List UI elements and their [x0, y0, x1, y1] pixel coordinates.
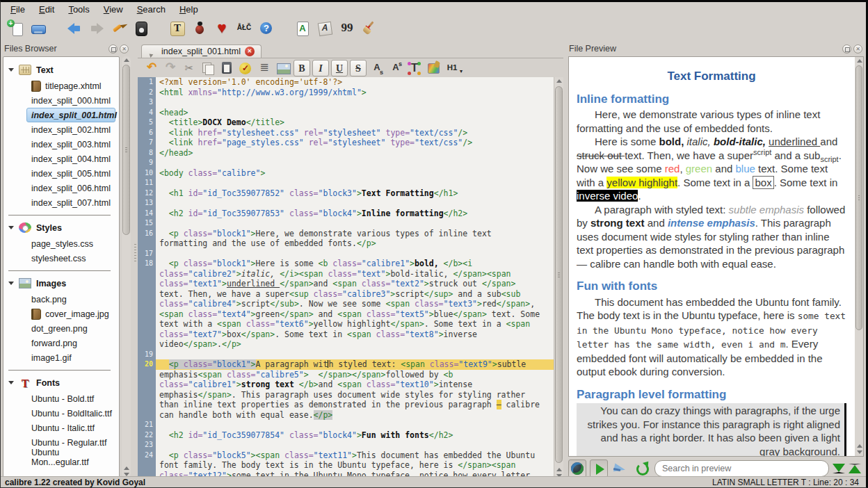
file-item[interactable]: index_split_007.html: [3, 195, 119, 210]
undo-button[interactable]: ↶: [143, 60, 160, 76]
code-row[interactable]: class="calibre2">italic, </i><span class…: [138, 269, 554, 279]
remove-unused-css-button[interactable]: ✕: [360, 19, 379, 38]
new-file-button[interactable]: +: [6, 19, 26, 38]
toggle-live-preview-button[interactable]: [568, 459, 586, 478]
file-item[interactable]: index_split_000.html: [3, 93, 119, 108]
scroll-up-icon[interactable]: [556, 79, 562, 83]
back-button[interactable]: [65, 19, 84, 38]
code-editor[interactable]: 1<?xml version='1.0' encoding='utf-8'?>2…: [138, 77, 554, 480]
preview-search-input[interactable]: [654, 460, 829, 477]
code-row[interactable]: can handle both with equal ease.</p>: [138, 410, 554, 421]
subscript-button[interactable]: As: [369, 60, 385, 76]
sync-preview-to-cursor-button[interactable]: [611, 459, 629, 478]
code-row[interactable]: 24 <p class="block5"><span class="text11…: [138, 450, 554, 461]
code-row[interactable]: video</span>.</p>: [138, 339, 554, 350]
code-row[interactable]: 15: [138, 218, 554, 229]
code-row[interactable]: 9: [138, 158, 554, 168]
check-book-button[interactable]: [190, 19, 209, 38]
code-row[interactable]: 19: [138, 350, 554, 360]
smart-quotes-button[interactable]: 99: [337, 19, 357, 38]
scroll-up-icon[interactable]: [124, 466, 129, 470]
code-row[interactable]: text. Then, we have a super<sup class="c…: [138, 289, 554, 300]
editor-scrollbar[interactable]: [554, 77, 563, 480]
section-styles[interactable]: Styles: [3, 219, 119, 236]
file-item[interactable]: page_styles.css: [3, 236, 119, 251]
font-tile-button[interactable]: T: [168, 19, 187, 38]
donate-button[interactable]: ♥: [212, 19, 232, 38]
tab-index-split-001[interactable]: index_split_001.html: [141, 44, 262, 58]
code-row[interactable]: formatting and the use of embedded fonts…: [138, 238, 554, 249]
code-row[interactable]: 23: [138, 440, 554, 450]
menu-view[interactable]: View: [97, 3, 130, 16]
file-item[interactable]: Ubuntu - Bold.ttf: [3, 391, 119, 406]
format-text-button[interactable]: ≣: [256, 60, 273, 76]
code-row[interactable]: 10<body class="calibre">: [138, 168, 554, 179]
code-row[interactable]: text with a <span class="text6">yellow h…: [138, 319, 554, 330]
preview-panel-float-button[interactable]: [842, 44, 851, 54]
code-row[interactable]: 7 <link href="page_styles.css" rel="styl…: [138, 138, 554, 148]
tab-close-button[interactable]: [245, 47, 255, 56]
code-row[interactable]: class="text7">box</span>. Some text in <…: [138, 330, 554, 340]
check-spelling-button[interactable]: A: [293, 19, 312, 38]
scroll-down-icon[interactable]: [857, 450, 862, 454]
section-images[interactable]: Images: [3, 275, 119, 292]
file-item[interactable]: index_split_005.html: [3, 166, 119, 181]
find-next-button[interactable]: [833, 464, 845, 473]
scroll-up-icon[interactable]: [857, 444, 862, 448]
file-item[interactable]: image1.gif: [3, 350, 119, 365]
file-item[interactable]: index_split_003.html: [3, 137, 119, 152]
spell-check-button[interactable]: ÅŁČ: [234, 19, 254, 38]
code-row[interactable]: than inline text properties as demonstra…: [138, 400, 554, 410]
help-button[interactable]: ?: [257, 19, 276, 38]
refresh-preview-button[interactable]: [633, 459, 651, 478]
underline-button[interactable]: U: [331, 60, 348, 76]
save-button[interactable]: [29, 19, 48, 38]
menu-help[interactable]: Help: [172, 3, 205, 16]
cut-button[interactable]: ✂: [181, 60, 198, 76]
code-row[interactable]: 3: [138, 97, 554, 108]
text-color-button[interactable]: T: [406, 60, 423, 76]
menu-edit[interactable]: Edit: [32, 3, 61, 16]
code-row[interactable]: 22 <h2 id="id_Toc359077854" class="block…: [138, 430, 554, 441]
code-row[interactable]: 17: [138, 249, 554, 259]
code-row[interactable]: 11: [138, 178, 554, 188]
code-row[interactable]: 20 <p class="block1">A paragraph with st…: [138, 359, 554, 370]
code-row[interactable]: font family. The body text is in the Ubu…: [138, 460, 554, 471]
file-item[interactable]: Ubuntu - Italic.ttf: [3, 421, 119, 435]
copy-button[interactable]: [200, 60, 216, 76]
code-row[interactable]: 13: [138, 198, 554, 209]
superscript-button[interactable]: As: [387, 60, 404, 76]
find-previous-button[interactable]: [849, 464, 861, 473]
code-row[interactable]: 8</head>: [138, 148, 554, 158]
sidebar-splitter[interactable]: [133, 42, 138, 480]
menu-tools[interactable]: Tools: [61, 3, 96, 16]
insert-image-button[interactable]: [275, 60, 291, 76]
file-item[interactable]: index_split_002.html: [3, 122, 119, 137]
code-row[interactable]: emphasis</span>. This paragraph uses doc…: [138, 390, 554, 400]
code-row[interactable]: class="text1">underlined </span>and <spa…: [138, 279, 554, 289]
code-row[interactable]: 18 <p class="block1">Here is some <b cla…: [138, 259, 554, 269]
forward-button[interactable]: [87, 19, 106, 38]
code-row[interactable]: <span class="text4">green</span> and <sp…: [138, 309, 554, 320]
file-item[interactable]: index_split_001.html: [26, 108, 115, 122]
files-scrollbar[interactable]: [122, 56, 131, 478]
scroll-up-icon[interactable]: [556, 468, 562, 471]
file-item[interactable]: dot_green.png: [3, 321, 119, 336]
scroll-up-icon[interactable]: [124, 58, 129, 62]
section-text[interactable]: Text: [3, 61, 119, 79]
file-item[interactable]: back.png: [3, 292, 119, 307]
code-row[interactable]: class="calibre4">script</sub>. Now we se…: [138, 299, 554, 309]
code-row[interactable]: 21: [138, 420, 554, 430]
code-row[interactable]: 16 <p class="block1">Here, we demonstrat…: [138, 229, 554, 239]
code-row[interactable]: 12 <h1 id="id_Toc359077852" class="block…: [138, 188, 554, 199]
section-fonts[interactable]: TFonts: [3, 374, 119, 391]
code-row[interactable]: emphasis<span class="calibre5"> </span><…: [138, 370, 554, 380]
code-row[interactable]: 5 <title>DOCX Demo</title>: [138, 117, 554, 128]
menu-search[interactable]: Search: [130, 3, 172, 16]
files-panel-float-button[interactable]: [108, 44, 118, 54]
code-row[interactable]: 4<head>: [138, 108, 554, 118]
editor-scrollbar-thumb[interactable]: [555, 86, 563, 463]
run-preview-button[interactable]: [590, 459, 608, 478]
menu-file[interactable]: File: [3, 3, 32, 16]
preview-scrollbar[interactable]: [855, 57, 863, 456]
